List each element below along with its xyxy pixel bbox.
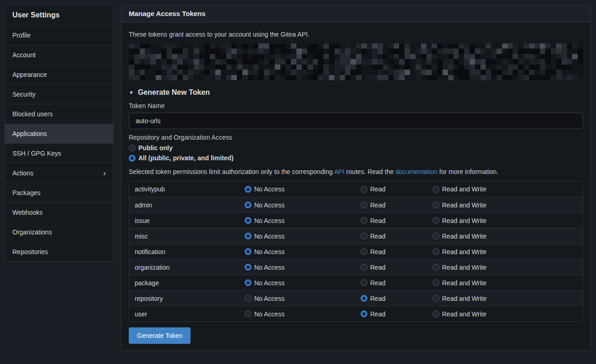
radio-unselected-icon [361, 186, 367, 193]
generate-token-summary-label: Generate New Token [138, 88, 210, 97]
radio-selected-icon [245, 217, 252, 224]
radio-option-label: Read [370, 264, 385, 271]
scope-admin-read[interactable]: Read [360, 201, 385, 209]
radio-option-label: No Access [254, 264, 284, 271]
note-text-2: routes. Read the [344, 168, 395, 175]
radio-unselected-icon [361, 233, 367, 239]
sidebar-item-label: Applications [12, 130, 47, 137]
radio-selected-icon [245, 186, 252, 193]
scope-repository-read_write[interactable]: Read and Write [432, 295, 487, 302]
scope-notification-no_access[interactable]: No Access [244, 248, 284, 255]
scope-row-package: packageNo AccessReadRead and Write [129, 275, 583, 290]
sidebar-item-profile[interactable]: Profile [5, 25, 113, 45]
radio-option-label: Read and Write [442, 185, 487, 193]
radio-selected-icon [245, 264, 252, 271]
radio-selected-icon [245, 279, 252, 286]
sidebar-item-ssh-gpg-keys[interactable]: SSH / GPG Keys [5, 143, 113, 163]
scope-user-no_access[interactable]: No Access [244, 310, 284, 318]
radio-unselected-icon [432, 295, 439, 302]
scope-name: notification [129, 248, 244, 255]
radio-unselected-icon [432, 279, 439, 286]
radio-unselected-icon [432, 248, 439, 255]
sidebar-item-label: Blocked users [12, 110, 53, 118]
radio-option-label: No Access [254, 279, 284, 287]
radio-option-label: Read [370, 217, 385, 224]
sidebar-item-applications[interactable]: Applications [5, 124, 113, 143]
radio-option-label: No Access [254, 217, 284, 224]
panel-body: These tokens grant access to your accoun… [121, 22, 591, 350]
scope-issue-read_write[interactable]: Read and Write [432, 217, 487, 224]
scope-package-no_access[interactable]: No Access [244, 279, 284, 287]
sidebar-item-packages[interactable]: Packages [5, 183, 113, 202]
token-name-input[interactable] [129, 113, 583, 129]
scope-organization-read[interactable]: Read [360, 264, 385, 271]
radio-option-label: Read and Write [442, 279, 487, 287]
api-link[interactable]: API [334, 168, 344, 175]
scope-organization-read_write[interactable]: Read and Write [432, 264, 487, 271]
scope-activitypub-read_write[interactable]: Read and Write [432, 185, 487, 193]
sidebar-item-label: Security [12, 91, 36, 98]
scope-name: misc [129, 233, 244, 240]
scope-row-issue: issueNo AccessReadRead and Write [129, 212, 583, 228]
sidebar-item-repositories[interactable]: Repositories [5, 242, 113, 261]
scope-repository-no_access[interactable]: No Access [244, 295, 284, 302]
scope-user-read_write[interactable]: Read and Write [432, 310, 487, 318]
scope-organization-no_access[interactable]: No Access [244, 264, 284, 271]
scope-row-misc: miscNo AccessReadRead and Write [129, 228, 583, 244]
sidebar-item-organizations[interactable]: Organizations [5, 222, 113, 242]
chevron-right-icon: › [103, 169, 106, 177]
radio-option-label: No Access [254, 201, 284, 209]
scope-admin-no_access[interactable]: No Access [244, 201, 284, 209]
scope-issue-no_access[interactable]: No Access [244, 217, 284, 224]
radio-selected-icon [361, 310, 367, 317]
sidebar-item-label: Account [12, 51, 36, 59]
access-option-all-public-private-and-limited[interactable]: All (public, private, and limited) [129, 154, 234, 162]
settings-page: User Settings ProfileAccountAppearanceSe… [0, 0, 596, 351]
scope-package-read_write[interactable]: Read and Write [432, 279, 487, 287]
scope-row-organization: organizationNo AccessReadRead and Write [129, 259, 583, 275]
sidebar-item-blocked-users[interactable]: Blocked users [5, 104, 113, 124]
sidebar-item-actions[interactable]: Actions› [5, 163, 113, 183]
scope-issue-read[interactable]: Read [360, 217, 385, 224]
sidebar-item-security[interactable]: Security [5, 84, 113, 104]
scope-repository-read[interactable]: Read [360, 295, 385, 302]
generate-token-summary[interactable]: ▼ Generate New Token [129, 88, 583, 97]
scope-name: repository [129, 295, 244, 302]
sidebar-menu-items: ProfileAccountAppearanceSecurityBlocked … [5, 25, 113, 261]
radio-option-label: No Access [254, 295, 284, 302]
sidebar-item-account[interactable]: Account [5, 45, 113, 65]
radio-unselected-icon [432, 186, 439, 193]
radio-unselected-icon [432, 217, 439, 224]
note-text-1: Selected token permissions limit authori… [129, 168, 334, 175]
access-scope-label: Repository and Organization Access [129, 134, 583, 141]
radio-option-label: All (public, private, and limited) [138, 154, 234, 162]
scope-misc-read_write[interactable]: Read and Write [432, 233, 487, 240]
radio-unselected-icon [361, 248, 367, 255]
scope-activitypub-read[interactable]: Read [360, 185, 385, 193]
radio-unselected-icon [432, 201, 439, 208]
radio-unselected-icon [432, 264, 439, 271]
radio-option-label: Read [370, 201, 385, 209]
scope-package-read[interactable]: Read [360, 279, 385, 287]
scope-admin-read_write[interactable]: Read and Write [432, 201, 487, 209]
generate-token-button[interactable]: Generate Token [129, 327, 191, 344]
scope-misc-read[interactable]: Read [360, 233, 385, 240]
scope-misc-no_access[interactable]: No Access [244, 233, 284, 240]
scope-notification-read_write[interactable]: Read and Write [432, 248, 487, 255]
access-option-public-only[interactable]: Public only [129, 144, 173, 152]
radio-selected-icon [245, 248, 252, 255]
sidebar-item-webhooks[interactable]: Webhooks [5, 202, 113, 222]
radio-option-label: Read and Write [442, 264, 487, 271]
scope-user-read[interactable]: Read [360, 310, 385, 318]
scope-name: user [129, 310, 244, 318]
radio-option-label: Read and Write [442, 248, 487, 255]
sidebar-item-appearance[interactable]: Appearance [5, 65, 113, 84]
radio-option-label: No Access [254, 310, 284, 318]
radio-option-label: No Access [254, 233, 284, 240]
scope-notification-read[interactable]: Read [360, 248, 385, 255]
scope-row-notification: notificationNo AccessReadRead and Write [129, 244, 583, 259]
sidebar-item-label: Appearance [12, 71, 47, 78]
note-text-3: for more information. [437, 168, 498, 175]
documentation-link[interactable]: documentation [395, 168, 437, 175]
scope-activitypub-no_access[interactable]: No Access [244, 185, 284, 193]
